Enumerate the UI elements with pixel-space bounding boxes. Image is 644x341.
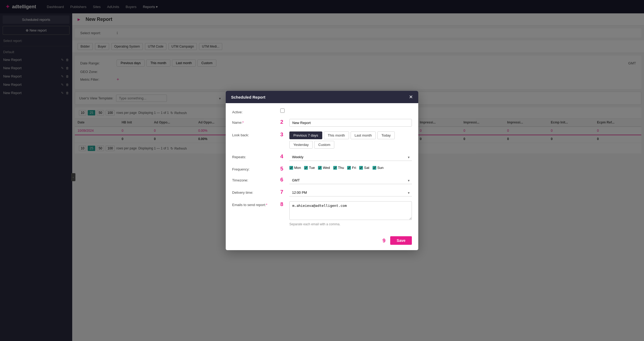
freq-sun[interactable]: Sun bbox=[373, 166, 384, 170]
repeats-label: Repeats: bbox=[232, 153, 280, 159]
checkbox-sat[interactable] bbox=[359, 166, 363, 170]
lookback-thismonth[interactable]: This month bbox=[324, 131, 349, 139]
delivery-time-row: Delivery time: 7 12:00 PM ▾ bbox=[232, 189, 412, 196]
modal-title: Scheduled Report bbox=[231, 95, 265, 99]
active-label: Active: bbox=[232, 108, 280, 114]
freq-thu[interactable]: Thu bbox=[333, 166, 344, 170]
emails-control: Separate each email with a comma. bbox=[289, 201, 412, 226]
frequency-label: Frequency: bbox=[232, 166, 280, 171]
emails-row: Emails to send report:* 8 Separate each … bbox=[232, 201, 412, 226]
lookback-custom[interactable]: Custom bbox=[314, 141, 334, 149]
timezone-row: Timezone: 6 GMT ▾ bbox=[232, 177, 412, 184]
emails-helper: Separate each email with a comma. bbox=[289, 222, 412, 226]
active-checkbox[interactable] bbox=[280, 108, 285, 113]
modal-footer: 9 Save bbox=[226, 236, 418, 250]
delivery-time-select[interactable]: 12:00 PM bbox=[289, 189, 412, 196]
timezone-select[interactable]: GMT bbox=[289, 177, 412, 184]
modal-close-button[interactable]: ✕ bbox=[409, 95, 413, 99]
name-row: Name:* 2 bbox=[232, 119, 412, 127]
lookback-lastmonth[interactable]: Last month bbox=[351, 131, 376, 139]
checkbox-mon[interactable] bbox=[289, 166, 293, 170]
emails-textarea[interactable] bbox=[289, 201, 412, 220]
lookback-control: Previous 7 days This month Last month To… bbox=[289, 131, 412, 149]
freq-tue[interactable]: Tue bbox=[304, 166, 315, 170]
checkbox-fri[interactable] bbox=[347, 166, 351, 170]
checkbox-sun[interactable] bbox=[373, 166, 376, 170]
repeats-select[interactable]: Weekly bbox=[289, 153, 412, 161]
step-4: 4 bbox=[280, 153, 287, 160]
checkbox-thu[interactable] bbox=[333, 166, 337, 170]
repeats-row: Repeats: 4 Weekly ▾ bbox=[232, 153, 412, 161]
lookback-yesterday[interactable]: Yesterday bbox=[289, 141, 313, 149]
timezone-label: Timezone: bbox=[232, 177, 280, 182]
freq-fri[interactable]: Fri bbox=[347, 166, 356, 170]
frequency-days: MonTueWedThuFriSatSun bbox=[289, 166, 412, 170]
checkbox-tue[interactable] bbox=[304, 166, 308, 170]
delivery-time-control: 12:00 PM ▾ bbox=[289, 189, 412, 196]
step-8: 8 bbox=[280, 201, 287, 207]
freq-mon[interactable]: Mon bbox=[289, 166, 301, 170]
required-star: * bbox=[242, 121, 244, 125]
active-row: Active: bbox=[232, 108, 412, 114]
lookback-row: Look back: 3 Previous 7 days This month … bbox=[232, 131, 412, 149]
frequency-control: MonTueWedThuFriSatSun bbox=[289, 166, 412, 170]
step-2: 2 bbox=[280, 119, 287, 125]
emails-label: Emails to send report:* bbox=[232, 201, 280, 207]
lookback-label: Look back: bbox=[232, 131, 280, 137]
repeats-control: Weekly ▾ bbox=[289, 153, 412, 161]
modal-header: Scheduled Report ✕ bbox=[226, 91, 418, 103]
modal-overlay: Scheduled Report ✕ Active: Name:* 2 bbox=[0, 0, 644, 341]
checkbox-wed[interactable] bbox=[318, 166, 322, 170]
lookback-prev7[interactable]: Previous 7 days bbox=[289, 131, 322, 139]
freq-sat[interactable]: Sat bbox=[359, 166, 369, 170]
name-control bbox=[289, 119, 412, 127]
active-control bbox=[280, 108, 412, 114]
step-6: 6 bbox=[280, 177, 287, 183]
save-button[interactable]: Save bbox=[390, 236, 412, 245]
timezone-control: GMT ▾ bbox=[289, 177, 412, 184]
name-input[interactable] bbox=[289, 119, 412, 127]
delivery-time-label: Delivery time: bbox=[232, 189, 280, 195]
step-9: 9 bbox=[382, 238, 385, 244]
modal-body: Active: Name:* 2 Look back: 3 bbox=[226, 103, 418, 236]
freq-wed[interactable]: Wed bbox=[318, 166, 330, 170]
scheduled-report-modal: Scheduled Report ✕ Active: Name:* 2 bbox=[226, 91, 418, 250]
step-5: 5 bbox=[280, 166, 287, 172]
frequency-row: Frequency: 5 MonTueWedThuFriSatSun bbox=[232, 166, 412, 172]
lookback-buttons: Previous 7 days This month Last month To… bbox=[289, 131, 412, 149]
step-7: 7 bbox=[280, 189, 287, 195]
step-3: 3 bbox=[280, 131, 287, 138]
lookback-today[interactable]: Today bbox=[377, 131, 395, 139]
required-star: * bbox=[266, 203, 267, 207]
name-label: Name:* bbox=[232, 119, 280, 125]
